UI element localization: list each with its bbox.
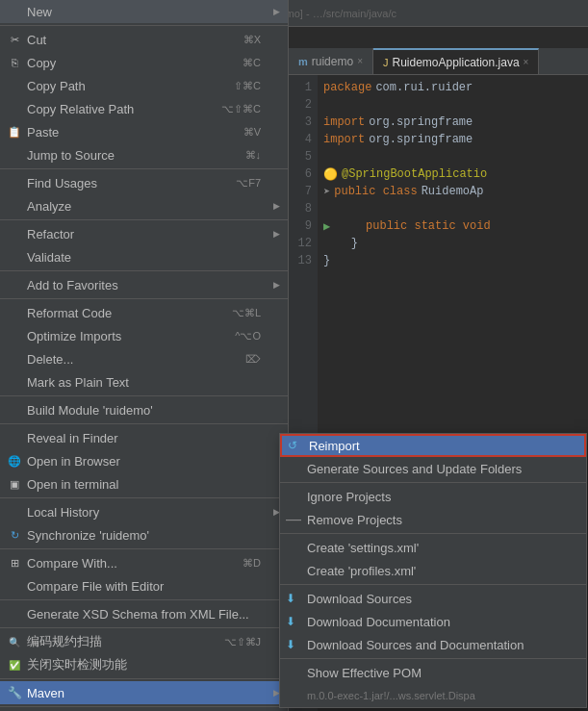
- code-line-4: import org.springframe: [323, 131, 582, 148]
- menu-item-copy-relative-path[interactable]: Copy Relative Path ⌥⇧⌘C: [0, 97, 288, 120]
- menu-shortcut-find-usages: ⌥F7: [236, 177, 276, 190]
- menu-item-open-terminal[interactable]: ▣ Open in terminal: [0, 472, 288, 495]
- submenu-item-download-docs[interactable]: ⬇ Download Documentation: [280, 610, 586, 633]
- menu-shortcut-cut: ⌘X: [243, 34, 276, 46]
- tab-close-ruidemo[interactable]: ×: [357, 56, 363, 66]
- menu-sep-3: [0, 219, 288, 220]
- menu-label-maven: Maven: [27, 686, 64, 700]
- terminal-icon: ▣: [6, 475, 23, 493]
- menu-item-copy-path[interactable]: Copy Path ⇧⌘C: [0, 74, 288, 97]
- menu-item-optimize[interactable]: Optimize Imports ^⌥O: [0, 324, 288, 347]
- code-line-12: }: [323, 235, 582, 252]
- tab-close-application[interactable]: ×: [524, 57, 529, 67]
- menu-item-reveal-finder[interactable]: Reveal in Finder: [0, 426, 288, 449]
- submenu-item-reimport[interactable]: ↺ Reimport: [280, 434, 586, 457]
- menu-sep-10: [0, 599, 288, 600]
- code-line-7: ➤public class RuidemoAp: [323, 183, 582, 200]
- menu-item-new[interactable]: New: [0, 0, 288, 23]
- submenu-item-download-both[interactable]: ⬇ Download Sources and Documentation: [280, 633, 586, 656]
- menu-label-validate: Validate: [27, 250, 71, 265]
- menu-item-find-usages[interactable]: Find Usages ⌥F7: [0, 171, 288, 194]
- submenu-label-ignore: Ignore Projects: [307, 490, 391, 504]
- menu-label-compare-with: Compare With...: [27, 556, 117, 571]
- menu-shortcut-delete: ⌦: [245, 353, 276, 366]
- submenu-item-create-profiles[interactable]: Create 'profiles.xml': [280, 559, 586, 582]
- tab-ruidemo-application[interactable]: J RuidemoApplication.java ×: [373, 48, 539, 74]
- menu-item-code-scan[interactable]: 🔍 编码规约扫描 ⌥⇧⌘J: [0, 630, 288, 653]
- menu-item-analyze[interactable]: Analyze: [0, 194, 288, 217]
- menu-label-copy-relative-path: Copy Relative Path: [27, 102, 134, 116]
- code-line-5: [323, 148, 582, 165]
- compare-icon: ⊞: [6, 554, 23, 571]
- menu-sep-4: [0, 270, 288, 271]
- menu-shortcut-jump-source: ⌘↓: [245, 149, 277, 162]
- menu-sep-11: [0, 627, 288, 628]
- menu-label-add-favorites: Add to Favorites: [27, 278, 118, 292]
- menu-label-refactor: Refactor: [27, 227, 74, 241]
- tab-icon-m: m: [298, 56, 308, 67]
- menu-item-build-module[interactable]: Build Module 'ruidemo': [0, 398, 288, 421]
- menu-item-reformat[interactable]: Reformat Code ⌥⌘L: [0, 301, 288, 324]
- submenu: ↺ Reimport Generate Sources and Update F…: [279, 433, 587, 708]
- menu-sep-7: [0, 423, 288, 424]
- code-line-8: [323, 200, 582, 217]
- submenu-label-create-profiles: Create 'profiles.xml': [307, 564, 416, 578]
- submenu-item-path[interactable]: m.0.0-exec-1.jar!/...ws.servlet.Dispa: [280, 684, 586, 707]
- menu-label-open-browser: Open in Browser: [27, 454, 120, 469]
- menu-item-compare-editor[interactable]: Compare File with Editor: [0, 574, 288, 597]
- submenu-label-create-settings: Create 'settings.xml': [307, 541, 419, 555]
- submenu-sep-2: [280, 533, 586, 534]
- submenu-sep-4: [280, 658, 586, 659]
- menu-shortcut-reformat: ⌥⌘L: [232, 307, 276, 319]
- menu-item-synchronize[interactable]: ↻ Synchronize 'ruidemo': [0, 523, 288, 546]
- menu-sep-1: [0, 25, 288, 26]
- menu-item-copy[interactable]: ⎘ Copy ⌘C: [0, 51, 288, 74]
- menu-item-add-favorites[interactable]: Add to Favorites: [0, 273, 288, 296]
- code-line-6: 🟡@SpringBootApplicatio: [323, 165, 582, 183]
- menu-item-local-history[interactable]: Local History: [0, 500, 288, 523]
- cut-icon: ✂: [6, 31, 23, 48]
- menu-item-maven[interactable]: 🔧 Maven: [0, 681, 288, 704]
- menu-shortcut-compare: ⌘D: [243, 557, 276, 570]
- menu-item-close-realtime[interactable]: ✅ 关闭实时检测功能: [0, 653, 288, 676]
- menu-item-validate[interactable]: Validate: [0, 245, 288, 268]
- submenu-item-generate-sources[interactable]: Generate Sources and Update Folders: [280, 457, 586, 480]
- submenu-item-effective-pom[interactable]: Show Effective POM: [280, 661, 586, 684]
- menu-label-reveal-finder: Reveal in Finder: [27, 431, 118, 445]
- menu-item-refactor[interactable]: Refactor: [0, 222, 288, 245]
- menu-sep-2: [0, 168, 288, 169]
- menu-item-jump-source[interactable]: Jump to Source ⌘↓: [0, 143, 288, 166]
- menu-label-paste: Paste: [27, 125, 59, 140]
- submenu-label-reimport: Reimport: [309, 439, 360, 453]
- menu-label-new: New: [27, 5, 52, 19]
- menu-sep-5: [0, 298, 288, 299]
- menu-label-jump-source: Jump to Source: [27, 148, 115, 163]
- tab-ruidemo[interactable]: m ruidemo ×: [289, 48, 373, 74]
- maven-icon: 🔧: [6, 684, 23, 701]
- menu-item-paste[interactable]: 📋 Paste ⌘V: [0, 120, 288, 143]
- context-menu: New ✂ Cut ⌘X ⎘ Copy ⌘C Copy Path ⇧⌘C Cop…: [0, 0, 289, 711]
- submenu-item-ignore[interactable]: Ignore Projects: [280, 485, 586, 508]
- menu-label-delete: Delete...: [27, 352, 73, 367]
- submenu-label-remove: Remove Projects: [307, 513, 402, 527]
- menu-sep-12: [0, 678, 288, 679]
- menu-item-cut[interactable]: ✂ Cut ⌘X: [0, 28, 288, 51]
- submenu-item-create-settings[interactable]: Create 'settings.xml': [280, 536, 586, 559]
- menu-item-open-browser[interactable]: 🌐 Open in Browser: [0, 449, 288, 472]
- menu-label-local-history: Local History: [27, 505, 99, 520]
- submenu-item-download-sources[interactable]: ⬇ Download Sources: [280, 587, 586, 610]
- copy-icon: ⎘: [6, 54, 23, 71]
- submenu-label-effective-pom: Show Effective POM: [307, 666, 422, 680]
- menu-item-generate-xsd[interactable]: Generate XSD Schema from XML File...: [0, 602, 288, 625]
- menu-item-compare-with[interactable]: ⊞ Compare With... ⌘D: [0, 551, 288, 574]
- menu-shortcut-copy: ⌘C: [243, 57, 276, 69]
- download-both-icon: ⬇: [286, 638, 295, 651]
- submenu-item-remove[interactable]: — Remove Projects: [280, 508, 586, 531]
- menu-label-mark-plain: Mark as Plain Text: [27, 375, 129, 390]
- close-realtime-icon: ✅: [6, 656, 23, 673]
- menu-label-generate-xsd: Generate XSD Schema from XML File...: [27, 607, 249, 622]
- menu-item-delete[interactable]: Delete... ⌦: [0, 347, 288, 370]
- menu-item-mark-plain[interactable]: Mark as Plain Text: [0, 370, 288, 394]
- sync-icon: ↻: [6, 526, 23, 544]
- menu-shortcut-code-scan: ⌥⇧⌘J: [224, 636, 277, 648]
